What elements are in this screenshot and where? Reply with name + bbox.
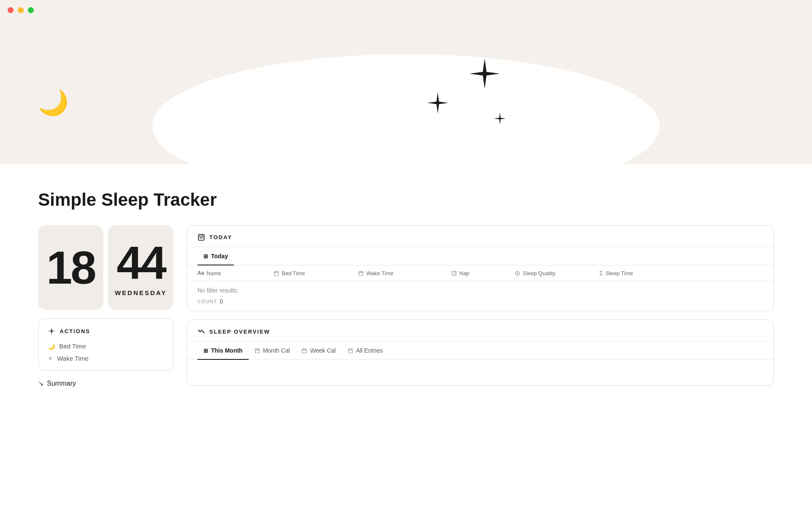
col-nap-icon xyxy=(451,271,457,276)
moon-small-icon: 🌙 xyxy=(48,343,55,350)
tab-month-cal-icon xyxy=(255,348,260,353)
today-tabs: ⊞ Today xyxy=(187,247,774,265)
svg-point-17 xyxy=(517,272,518,273)
tab-all-entries-label: All Entries xyxy=(356,347,383,354)
overview-tabs: ⊞ This Month Month Cal xyxy=(187,342,774,360)
today-panel: TODAY ⊞ Today Aa Name xyxy=(187,225,774,311)
hero-background: 🌙 xyxy=(0,20,812,164)
col-sleeptime-sigma: Σ xyxy=(599,270,603,276)
maximize-button[interactable] xyxy=(28,7,34,13)
today-panel-header: TODAY xyxy=(187,226,774,247)
page-title: Simple Sleep Tracker xyxy=(38,190,774,210)
tab-all-entries[interactable]: All Entries xyxy=(342,342,389,360)
sun-small-icon: ✳ xyxy=(48,355,53,362)
actions-widget: ACTIONS 🌙 Bed Time ✳ Wake Time xyxy=(38,318,173,371)
sparkle-large-icon xyxy=(469,58,500,89)
trending-icon xyxy=(198,328,205,335)
tab-week-cal-label: Week Cal xyxy=(310,347,335,354)
summary-link[interactable]: ↘ Summary xyxy=(38,379,173,387)
tab-today-label: Today xyxy=(211,253,228,260)
tab-month-cal-label: Month Cal xyxy=(263,347,290,354)
action-bed-time[interactable]: 🌙 Bed Time xyxy=(48,342,164,350)
clock-hours-card: 18 xyxy=(38,225,103,310)
svg-rect-11 xyxy=(359,271,363,276)
col-header-sleeptime: Σ Sleep Time xyxy=(599,270,763,276)
tab-today[interactable]: ⊞ Today xyxy=(198,248,234,265)
actions-list: 🌙 Bed Time ✳ Wake Time xyxy=(48,342,164,362)
sparkle-small-icon xyxy=(494,113,506,124)
count-row: COUNT 0 xyxy=(198,298,763,305)
summary-label: Summary xyxy=(47,380,76,387)
sparkle-medium-icon xyxy=(427,92,448,113)
right-panel: TODAY ⊞ Today Aa Name xyxy=(187,225,774,386)
action-bed-time-label: Bed Time xyxy=(59,342,86,350)
today-panel-title: TODAY xyxy=(209,234,232,240)
content-grid: 18 44 WEDNESDAY ACTIONS � xyxy=(38,225,774,387)
left-column: 18 44 WEDNESDAY ACTIONS � xyxy=(38,225,173,387)
svg-rect-5 xyxy=(201,237,202,238)
col-quality-icon xyxy=(515,271,520,276)
table-header: Aa Name Bed Time xyxy=(187,265,774,281)
col-bedtime-icon xyxy=(274,271,279,276)
main-content: Simple Sleep Tracker 18 44 WEDNESDAY xyxy=(0,164,812,413)
tab-month-cal[interactable]: Month Cal xyxy=(249,342,296,360)
tab-all-entries-icon xyxy=(348,348,353,353)
tab-this-month-label: This Month xyxy=(211,347,243,354)
col-header-name: Aa Name xyxy=(198,270,274,276)
clock-minutes-card: 44 WEDNESDAY xyxy=(108,225,173,310)
col-header-nap: Nap xyxy=(451,270,515,276)
sleep-overview-panel: SLEEP OVERVIEW ⊞ This Month xyxy=(187,320,774,386)
tab-this-month[interactable]: ⊞ This Month xyxy=(198,342,249,360)
calendar-icon xyxy=(198,233,205,241)
overview-panel-header: SLEEP OVERVIEW xyxy=(187,320,774,342)
svg-rect-18 xyxy=(255,349,259,353)
actions-title: ACTIONS xyxy=(60,328,91,334)
minimize-button[interactable] xyxy=(18,7,24,13)
clock-widget: 18 44 WEDNESDAY xyxy=(38,225,173,310)
overview-panel-title: SLEEP OVERVIEW xyxy=(209,329,270,335)
svg-rect-15 xyxy=(452,271,456,275)
summary-arrow-icon: ↘ xyxy=(38,379,44,387)
overview-body xyxy=(187,360,774,385)
svg-rect-6 xyxy=(202,237,203,238)
action-wake-time[interactable]: ✳ Wake Time xyxy=(48,355,164,362)
col-header-waketime: Wake Time xyxy=(358,270,451,276)
close-button[interactable] xyxy=(8,7,14,13)
svg-rect-4 xyxy=(200,237,200,238)
col-waketime-icon xyxy=(358,271,364,276)
no-results-text: No filter results. xyxy=(198,287,763,294)
actions-header: ACTIONS xyxy=(48,327,164,335)
moon-icon: 🌙 xyxy=(38,88,69,117)
titlebar xyxy=(0,0,812,20)
count-label: COUNT xyxy=(198,299,217,304)
clock-hours: 18 xyxy=(47,244,95,291)
tab-week-cal-icon xyxy=(302,348,307,353)
count-value: 0 xyxy=(220,298,223,305)
col-header-quality: Sleep Quality xyxy=(515,270,599,276)
table-body: No filter results. COUNT 0 xyxy=(187,281,774,311)
clock-minutes: 44 xyxy=(117,239,165,286)
svg-rect-7 xyxy=(274,271,279,276)
tab-this-month-icon: ⊞ xyxy=(203,348,208,354)
svg-rect-22 xyxy=(302,349,307,353)
actions-sparkle-icon xyxy=(48,327,55,335)
action-wake-time-label: Wake Time xyxy=(57,355,88,362)
tab-today-icon: ⊞ xyxy=(203,253,208,260)
col-header-bedtime: Bed Time xyxy=(274,270,358,276)
col-name-icon: Aa xyxy=(198,270,204,276)
svg-rect-26 xyxy=(348,349,353,353)
clock-day: WEDNESDAY xyxy=(115,289,167,296)
tab-week-cal[interactable]: Week Cal xyxy=(296,342,341,360)
